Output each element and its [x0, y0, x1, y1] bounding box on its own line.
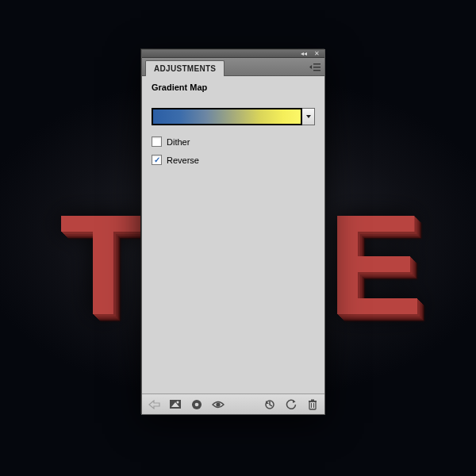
collapse-icon[interactable]: ◂◂	[299, 51, 309, 56]
dither-checkbox[interactable]	[152, 136, 162, 147]
back-arrow-icon	[147, 397, 161, 412]
gradient-swatch[interactable]	[152, 108, 302, 125]
svg-rect-11	[311, 399, 314, 401]
svg-point-4	[177, 401, 179, 404]
gradient-dropdown-button[interactable]	[302, 108, 315, 125]
svg-rect-1	[313, 67, 321, 67]
panel-tab-bar: ADJUSTMENTS	[142, 58, 324, 76]
clip-to-layer-icon[interactable]	[190, 397, 204, 412]
close-icon[interactable]: ✕	[312, 51, 321, 56]
dither-option: Dither	[152, 136, 315, 147]
svg-rect-10	[309, 401, 317, 402]
flyout-menu-icon[interactable]	[309, 61, 321, 72]
gradient-picker-row	[152, 108, 315, 125]
reverse-checkbox[interactable]	[152, 155, 162, 165]
svg-rect-9	[309, 401, 316, 409]
reverse-label: Reverse	[167, 155, 199, 165]
reset-icon[interactable]	[284, 397, 298, 412]
panel-footer	[142, 393, 324, 414]
svg-point-6	[195, 402, 199, 406]
previous-state-icon[interactable]	[263, 397, 277, 412]
reverse-option: Reverse	[152, 155, 315, 165]
adjustment-defaults-icon[interactable]	[168, 397, 182, 412]
adjustment-title: Gradient Map	[152, 83, 315, 92]
trash-icon[interactable]	[305, 397, 320, 412]
dither-label: Dither	[167, 137, 190, 147]
svg-point-7	[216, 402, 220, 406]
svg-rect-0	[313, 63, 321, 64]
panel-drag-bar[interactable]: ◂◂ ✕	[142, 50, 324, 58]
tab-adjustments[interactable]: ADJUSTMENTS	[145, 60, 225, 76]
svg-rect-2	[313, 70, 321, 71]
adjustments-panel: ◂◂ ✕ ADJUSTMENTS Gradient Map Dither	[141, 49, 325, 415]
visibility-icon[interactable]	[211, 397, 225, 412]
panel-body: Gradient Map Dither Reverse	[142, 76, 324, 393]
tab-label: ADJUSTMENTS	[154, 64, 216, 73]
